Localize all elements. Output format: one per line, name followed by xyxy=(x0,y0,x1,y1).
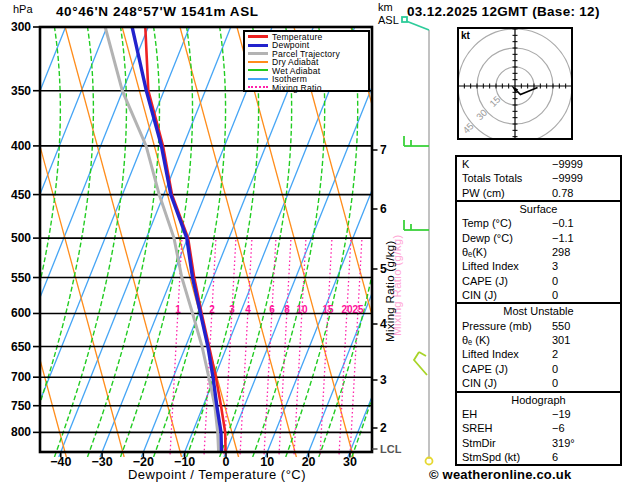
table-row-value: 0 xyxy=(552,274,558,288)
table-section: Most UnstablePressure (mb)550θₑ (K)301Li… xyxy=(457,302,620,390)
table-row-value: −9999 xyxy=(552,157,583,171)
pressure-tick-label: 300 xyxy=(11,20,31,34)
table-row: Temp (°C)−0.1 xyxy=(457,216,620,230)
table-row-label: SREH xyxy=(462,422,493,434)
altitude-axis-unit: km ASL xyxy=(378,1,399,27)
table-row-value: −9999 xyxy=(552,171,583,185)
table-row: PW (cm)0.78 xyxy=(457,186,620,200)
table-row: Dewp (°C)−1.1 xyxy=(457,231,620,245)
table-row-value: 3 xyxy=(552,259,558,273)
table-row-label: StmDir xyxy=(462,437,496,449)
table-row-label: Totals Totals xyxy=(462,172,522,184)
table-row-label: Pressure (mb) xyxy=(462,320,532,332)
table-row-value: 0.78 xyxy=(552,186,573,200)
pressure-tick-label: 450 xyxy=(11,188,31,202)
table-row-label: CAPE (J) xyxy=(462,363,508,375)
table-row-label: EH xyxy=(462,408,477,420)
hodograph-unit-label: kt xyxy=(461,30,471,41)
table-row-label: K xyxy=(462,158,469,170)
table-row-value: −19 xyxy=(552,407,571,421)
table-row-value: 298 xyxy=(552,245,570,259)
table-row-label: CIN (J) xyxy=(462,289,497,301)
table-row: θₑ (K)301 xyxy=(457,333,620,347)
temperature-tick-label: −40 xyxy=(50,455,71,469)
page-title: 40°46'N 248°57'W 1541m ASL xyxy=(56,4,259,19)
pressure-tick-label: 700 xyxy=(11,370,31,384)
lcl-label: LCL xyxy=(380,443,402,455)
table-row: K−9999 xyxy=(457,157,620,171)
table-row-value: 550 xyxy=(552,319,570,333)
legend-swatch-wet-adiabat xyxy=(248,69,268,71)
table-row-value: −0.1 xyxy=(552,216,574,230)
table-row-label: Lifted Index xyxy=(462,348,519,360)
pressure-tick-label: 350 xyxy=(11,84,31,98)
pressure-tick-label: 550 xyxy=(11,271,31,285)
table-row-label: StmSpd (kt) xyxy=(462,451,520,463)
pressure-tick-label: 600 xyxy=(11,306,31,320)
pressure-tick-label: 400 xyxy=(11,139,31,153)
mixing-ratio-axis-label: Mixing Ratio (g/kg) xyxy=(384,240,396,342)
legend: TemperatureDewpointParcel TrajectoryDry … xyxy=(243,30,370,92)
temperature-axis-label: Dewpoint / Temperature (°C) xyxy=(77,467,357,482)
pressure-tick-label: 750 xyxy=(11,399,31,413)
table-row-value: 319° xyxy=(552,436,575,450)
table-row: EH−19 xyxy=(457,407,620,421)
table-row-label: CIN (J) xyxy=(462,377,497,389)
table-row: CAPE (J)0 xyxy=(457,362,620,376)
table-row-label: Temp (°C) xyxy=(462,217,512,229)
table-section: K−9999Totals Totals−9999PW (cm)0.78 xyxy=(457,157,620,200)
km-tick-label: 2 xyxy=(380,421,387,435)
table-row: Totals Totals−9999 xyxy=(457,171,620,185)
table-row-label: Lifted Index xyxy=(462,260,519,272)
table-row-value: 2 xyxy=(552,347,558,361)
altitude-unit-km: km xyxy=(378,1,399,14)
altitude-unit-asl: ASL xyxy=(378,14,399,27)
table-row: StmDir319° xyxy=(457,436,620,450)
table-section-header: Most Unstable xyxy=(457,304,620,318)
indices-table: K−9999Totals Totals−9999PW (cm)0.78Surfa… xyxy=(455,155,622,466)
table-section: HodographEH−19SREH−6StmDir319°StmSpd (kt… xyxy=(457,391,620,465)
pressure-tick-label: 800 xyxy=(11,425,31,439)
table-row-value: 301 xyxy=(552,333,570,347)
table-section: SurfaceTemp (°C)−0.1Dewp (°C)−1.1θₑ(K)29… xyxy=(457,200,620,302)
table-row: SREH−6 xyxy=(457,421,620,435)
table-row-value: −6 xyxy=(552,421,565,435)
pressure-tick-label: 500 xyxy=(11,231,31,245)
table-row: Lifted Index3 xyxy=(457,259,620,273)
table-row: CAPE (J)0 xyxy=(457,274,620,288)
skewt-sounding-page: 1234681015202530035040045050055060065070… xyxy=(0,0,629,486)
table-section-header: Hodograph xyxy=(457,393,620,407)
table-row-label: CAPE (J) xyxy=(462,275,508,287)
table-row: CIN (J)0 xyxy=(457,376,620,390)
km-tick-label: 3 xyxy=(380,373,387,387)
table-row: Pressure (mb)550 xyxy=(457,319,620,333)
copyright: © weatheronline.co.uk xyxy=(429,467,571,482)
datetime-label: 03.12.2025 12GMT (Base: 12) xyxy=(407,4,600,19)
legend-swatch-dry-adiabat xyxy=(248,61,268,63)
table-row-value: 0 xyxy=(552,288,558,302)
table-row-label: PW (cm) xyxy=(462,187,505,199)
legend-swatch-parcel-trajectory xyxy=(248,52,268,55)
table-row-value: 0 xyxy=(552,362,558,376)
table-row-value: −1.1 xyxy=(552,231,574,245)
km-tick-label: 7 xyxy=(380,143,387,157)
pressure-axis-unit: hPa xyxy=(13,3,33,16)
table-row: CIN (J)0 xyxy=(457,288,620,302)
table-row-value: 6 xyxy=(552,450,558,464)
legend-swatch-mixing-ratio xyxy=(248,86,268,88)
legend-item: Mixing Ratio xyxy=(248,84,368,92)
table-section-header: Surface xyxy=(457,202,620,216)
legend-label: Mixing Ratio xyxy=(272,83,322,93)
legend-item: Wet Adiabat xyxy=(248,67,368,75)
km-tick-label: 6 xyxy=(380,202,387,216)
table-row-label: θₑ (K) xyxy=(462,334,490,346)
legend-swatch-isotherm xyxy=(248,78,268,80)
table-row-value: 0 xyxy=(552,376,558,390)
table-row: θₑ(K)298 xyxy=(457,245,620,259)
table-row: Lifted Index2 xyxy=(457,347,620,361)
pressure-tick-label: 650 xyxy=(11,340,31,354)
legend-swatch-dewpoint xyxy=(248,44,268,47)
table-row-label: Dewp (°C) xyxy=(462,232,513,244)
table-row-label: θₑ(K) xyxy=(462,246,487,258)
legend-swatch-temperature xyxy=(248,35,268,38)
